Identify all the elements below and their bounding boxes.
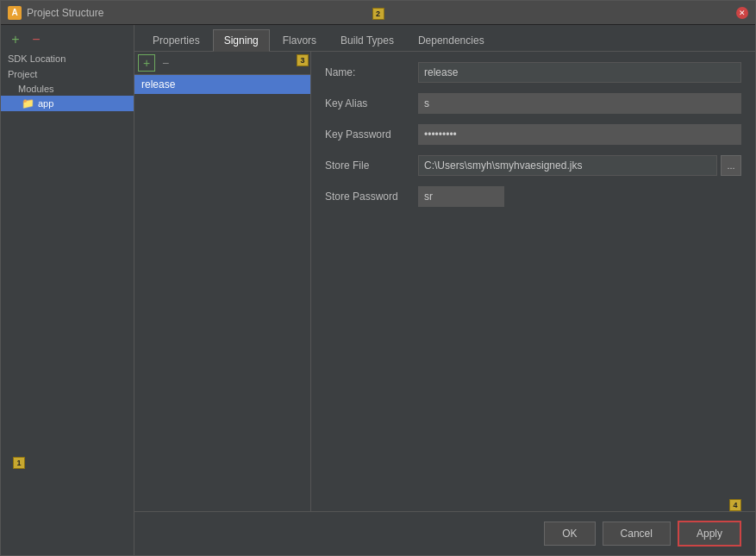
sidebar: + − SDK Location Project Modules 📁 app 1 (1, 25, 134, 555)
tab-properties[interactable]: Properties (141, 29, 211, 51)
cancel-button[interactable]: Cancel (603, 522, 671, 546)
key-alias-input[interactable] (418, 93, 741, 114)
sidebar-add-button[interactable]: + (8, 32, 23, 47)
content-area: + − SDK Location Project Modules 📁 app 1… (1, 25, 755, 555)
main-window: A Project Structure 2 ✕ + − SDK Location… (0, 0, 756, 556)
sidebar-project[interactable]: Project (1, 66, 134, 82)
signing-config-release[interactable]: release (134, 75, 310, 94)
tab-flavors[interactable]: Flavors (272, 29, 328, 51)
apply-button[interactable]: Apply (678, 521, 741, 547)
key-password-row: Key Password (325, 124, 741, 145)
key-password-label: Key Password (325, 128, 411, 141)
close-button[interactable]: ✕ (736, 7, 748, 19)
store-password-input[interactable] (418, 186, 504, 207)
signing-list-toolbar: + − (134, 52, 310, 75)
tab-build-types[interactable]: Build Types (329, 29, 405, 51)
signing-form: Name: Key Alias Key Password (311, 52, 755, 511)
store-password-row: Store Password (325, 186, 741, 207)
sidebar-toolbar: + − (1, 28, 134, 51)
titlebar-buttons: ✕ (736, 7, 748, 19)
folder-icon: 📁 (22, 97, 34, 109)
annotation-badge-1: 1 (13, 457, 25, 469)
signing-remove-button[interactable]: − (157, 54, 174, 72)
store-file-label: Store File (325, 159, 411, 172)
store-password-label: Store Password (325, 191, 411, 203)
signing-add-button[interactable]: + (138, 54, 155, 72)
sidebar-modules[interactable]: Modules (1, 82, 134, 96)
store-file-input[interactable] (418, 155, 717, 176)
sidebar-item-app[interactable]: 📁 app (1, 96, 134, 111)
key-alias-label: Key Alias (325, 97, 411, 109)
name-label: Name: (325, 66, 411, 78)
name-row: Name: (325, 62, 741, 83)
sidebar-sdk-location[interactable]: SDK Location (1, 51, 134, 66)
store-file-container: ... (418, 155, 741, 176)
app-icon: A (8, 6, 22, 20)
sidebar-remove-button[interactable]: − (28, 32, 44, 47)
store-file-row: Store File ... (325, 155, 741, 176)
main-content: Properties Signing Flavors Build Types D… (134, 25, 755, 555)
ok-button[interactable]: OK (544, 522, 595, 546)
tab-bar: Properties Signing Flavors Build Types D… (134, 25, 755, 52)
browse-button[interactable]: ... (721, 155, 741, 176)
annotation-badge-4: 4 (729, 499, 741, 511)
name-input[interactable] (418, 62, 741, 83)
key-alias-row: Key Alias (325, 93, 741, 114)
key-password-input[interactable] (418, 124, 741, 145)
annotation-badge-3: 3 (297, 54, 309, 66)
annotation-badge-2: 2 (372, 8, 384, 20)
sidebar-app-label: app (38, 98, 53, 109)
bottom-bar: 4 OK Cancel Apply (134, 511, 755, 555)
titlebar: A Project Structure 2 ✕ (1, 1, 755, 25)
signing-list: + − release 3 (134, 52, 311, 511)
panel-area: + − release 3 Name: (134, 52, 755, 511)
tab-signing[interactable]: Signing (213, 29, 270, 52)
tab-dependencies[interactable]: Dependencies (407, 29, 496, 51)
